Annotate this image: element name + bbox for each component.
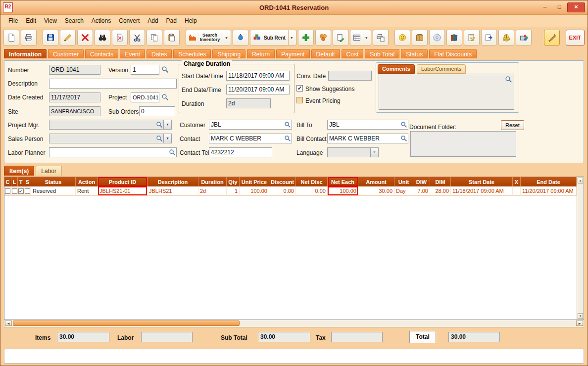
col-header-discount[interactable]: Discount: [269, 177, 296, 186]
col-header-description[interactable]: Description: [147, 177, 198, 186]
cell-net-each[interactable]: 100.00: [328, 186, 358, 196]
cell-duration[interactable]: 2d: [198, 186, 227, 196]
labor-planner-lookup-icon[interactable]: [169, 149, 176, 156]
col-header-diw[interactable]: DIW: [413, 177, 430, 186]
scroll-up-icon[interactable]: ▲: [578, 178, 583, 183]
col-header-net-each[interactable]: Net Each: [328, 177, 358, 186]
col-header-product-id[interactable]: Product ID: [98, 177, 147, 186]
export-button[interactable]: [481, 30, 497, 46]
scissors-button[interactable]: [129, 30, 145, 46]
new-document-button[interactable]: [3, 30, 19, 46]
cd-disk-button[interactable]: [429, 30, 445, 46]
close-button[interactable]: ×: [567, 2, 585, 12]
cell-description[interactable]: JBLHS21: [147, 186, 198, 196]
menu-convert[interactable]: Convert: [115, 16, 144, 26]
cell-qty[interactable]: 1: [227, 186, 240, 196]
cell-c-checkbox[interactable]: [4, 186, 11, 196]
col-header-start-date[interactable]: Start Date: [451, 177, 513, 186]
tab-shipping[interactable]: Shipping: [212, 49, 245, 58]
maximize-button[interactable]: □: [553, 3, 566, 12]
project-field[interactable]: ORD-1041: [131, 92, 159, 102]
col-header-x[interactable]: X: [513, 177, 521, 186]
tab-status[interactable]: Status: [401, 49, 428, 58]
tab-sub-total[interactable]: Sub Total: [365, 49, 399, 58]
grid-vertical-scrollbar[interactable]: ▲ ▼: [577, 177, 584, 320]
contact-lookup-icon[interactable]: [284, 135, 291, 142]
bill-contact-lookup-icon[interactable]: [400, 135, 407, 142]
cell-l-checkbox[interactable]: [11, 186, 18, 196]
col-header-duration[interactable]: Duration: [198, 177, 227, 186]
paste-button[interactable]: [164, 30, 180, 46]
col-header-unit[interactable]: Unit: [394, 177, 413, 186]
menu-file[interactable]: File: [4, 16, 22, 26]
tab-return[interactable]: Return: [247, 49, 275, 58]
edit-pencil-button[interactable]: [60, 30, 76, 46]
sales-person-lookup-icon[interactable]: [156, 135, 163, 142]
cell-x[interactable]: [513, 186, 521, 196]
cell-status[interactable]: Reserved: [31, 186, 76, 196]
project-lookup-icon[interactable]: [161, 93, 169, 101]
customer-field[interactable]: JBL: [209, 120, 292, 130]
end-datetime-field[interactable]: 11/20/2017 09:00 AM: [226, 85, 290, 94]
save-button[interactable]: [43, 30, 58, 46]
cell-discount[interactable]: 0.00: [269, 186, 296, 196]
sales-person-field[interactable]: [49, 134, 164, 143]
col-header-unit-price[interactable]: Unit Price: [240, 177, 269, 186]
cell-amount[interactable]: 30.00: [358, 186, 394, 196]
menu-edit[interactable]: Edit: [22, 16, 40, 26]
grid-horizontal-scrollbar[interactable]: ◀ ▶: [4, 320, 584, 327]
cell-diw[interactable]: 7.00: [413, 186, 430, 196]
show-suggestions-checkbox[interactable]: ✓: [296, 85, 303, 92]
tab-customer[interactable]: Customer: [48, 49, 84, 58]
menu-pad[interactable]: Pad: [162, 16, 181, 26]
col-header-s[interactable]: S: [24, 177, 31, 186]
tab-cost[interactable]: Cost: [342, 49, 364, 58]
copy-button[interactable]: [147, 30, 162, 46]
col-header-l[interactable]: L: [11, 177, 18, 186]
horizontal-scroll-thumb[interactable]: [13, 320, 240, 326]
col-header-dim[interactable]: DIM: [430, 177, 451, 186]
tab-contacts[interactable]: Contacts: [85, 49, 118, 58]
sub-rent-dropdown[interactable]: ▼: [288, 30, 295, 45]
menu-actions[interactable]: Actions: [88, 16, 115, 26]
grid-view-button[interactable]: ▼: [350, 30, 371, 46]
group-items-button[interactable]: [315, 30, 331, 46]
smiley-button[interactable]: [394, 30, 410, 46]
tab-payment[interactable]: Payment: [276, 49, 309, 58]
col-header-t[interactable]: T: [18, 177, 24, 186]
labor-planner-field[interactable]: [49, 147, 177, 157]
sales-person-dropdown[interactable]: ▼: [163, 134, 172, 143]
scroll-left-icon[interactable]: ◀: [5, 320, 12, 326]
print-button[interactable]: [21, 30, 37, 46]
version-field[interactable]: 1: [131, 65, 159, 75]
tab-labor[interactable]: Labor: [36, 166, 62, 176]
delete-button[interactable]: [77, 30, 93, 46]
bill-contact-field[interactable]: MARK C WEBBER: [327, 134, 408, 143]
cell-start-date[interactable]: 11/18/2017 09:00 AM: [451, 186, 513, 196]
tab-flat-discounts[interactable]: Flat Discounts: [429, 49, 477, 58]
sub-rent-button[interactable]: Sub Rent ▼: [250, 30, 296, 46]
scroll-right-icon[interactable]: ▶: [576, 320, 583, 326]
col-header-amount[interactable]: Amount: [358, 177, 394, 186]
bill-to-field[interactable]: JBL: [327, 120, 408, 130]
col-header-action[interactable]: Action: [76, 177, 98, 186]
cell-unit-price[interactable]: 100.00: [240, 186, 269, 196]
menu-view[interactable]: View: [40, 16, 61, 26]
sub-orders-field[interactable]: 0: [139, 106, 175, 116]
tab-items[interactable]: Item(s): [4, 166, 34, 176]
tab-schedules[interactable]: Schedules: [173, 49, 211, 58]
tab-dates[interactable]: Dates: [147, 49, 172, 58]
contact-field[interactable]: MARK C WEBBER: [209, 134, 292, 143]
edit-note-button[interactable]: [333, 30, 348, 46]
cell-unit[interactable]: Day: [394, 186, 413, 196]
search-inventory-dropdown[interactable]: ▼: [223, 30, 230, 45]
col-header-qty[interactable]: Qty: [227, 177, 240, 186]
brush-tool-button[interactable]: [544, 30, 560, 46]
cell-t-checkbox[interactable]: ✓: [18, 186, 24, 196]
grid-view-dropdown[interactable]: ▼: [363, 30, 370, 45]
cell-dim[interactable]: 28.00: [430, 186, 451, 196]
find-button[interactable]: [95, 30, 110, 46]
version-lookup-icon[interactable]: [161, 66, 169, 73]
comments-box[interactable]: [379, 74, 514, 110]
add-button[interactable]: [298, 30, 314, 46]
